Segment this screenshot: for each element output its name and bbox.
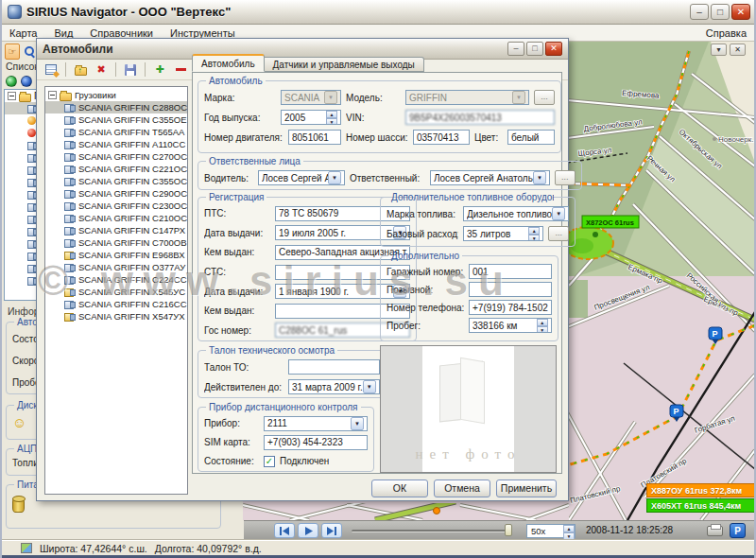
dialog-maximize-button[interactable]: □ bbox=[526, 42, 543, 56]
restore-button[interactable]: □ bbox=[711, 4, 730, 20]
phone-field[interactable]: +7(919) 784-1502 bbox=[469, 300, 552, 315]
tree-item[interactable]: SCANIA GRIFFIN С147РХ 161rus bbox=[45, 224, 187, 236]
base-consumption-stepper[interactable]: 35 литров ▲▼ bbox=[463, 226, 543, 241]
map-close-button[interactable]: ✕ bbox=[730, 44, 746, 56]
timeline-slider-thumb[interactable] bbox=[505, 524, 512, 536]
import-button[interactable]: ↑ bbox=[72, 61, 89, 78]
sim-field[interactable]: +7(903) 454-2323 bbox=[264, 435, 368, 450]
spin-up-icon[interactable]: ▲ bbox=[537, 319, 548, 326]
tab-vehicle[interactable]: Автомобиль bbox=[192, 54, 265, 72]
tree-item[interactable]: SCANIA GRIFFIN О377АУ 61rus bbox=[45, 261, 187, 273]
brand-select[interactable]: SCANIA ▼ bbox=[281, 90, 341, 105]
tree-item[interactable]: SCANIA GRIFFIN С288ОС 61rus bbox=[45, 101, 187, 113]
mileage-stepper[interactable]: 338166 км ▲▼ bbox=[469, 318, 552, 333]
menu-item[interactable]: Вид bbox=[54, 27, 73, 39]
globe-green-icon[interactable] bbox=[6, 76, 17, 87]
spin-up-icon[interactable]: ▲ bbox=[326, 111, 337, 118]
cancel-button[interactable]: Отмена bbox=[434, 480, 490, 497]
close-button[interactable]: ✕ bbox=[731, 4, 750, 20]
tree-item[interactable]: SCANIA GRIFFIN С700ОВ 61rus bbox=[45, 236, 187, 249]
tree-item[interactable]: SCANIA GRIFFIN Т565АА 61rus bbox=[45, 126, 187, 138]
menu-item[interactable]: Инструменты bbox=[170, 27, 235, 39]
spin-up-icon[interactable]: ▲ bbox=[528, 227, 540, 235]
skip-forward-button[interactable] bbox=[321, 523, 342, 538]
map-collapse-button[interactable]: ▾ bbox=[711, 44, 727, 56]
device-select[interactable]: 2111 ▼ bbox=[264, 416, 368, 431]
engine-field[interactable]: 8051061 bbox=[288, 130, 341, 145]
remove-button[interactable] bbox=[172, 61, 189, 78]
dropdown-arrow-icon[interactable]: ▼ bbox=[533, 171, 546, 184]
tree-item[interactable]: SCANIA GRIFFIN С216СС 61rus bbox=[45, 298, 187, 310]
connected-checkbox[interactable]: ✓ bbox=[264, 456, 275, 467]
tree-item[interactable]: SCANIA GRIFFIN Х545УС 161rus bbox=[45, 286, 187, 298]
speed-input[interactable]: 50x ▲ ▼ bbox=[526, 524, 576, 538]
valid-until-picker[interactable]: 31 марта 2009 г. ▼ bbox=[288, 379, 380, 394]
tree-item[interactable]: SCANIA GRIFFIN Х547УХ 161rus bbox=[45, 310, 187, 323]
spin-down-icon[interactable]: ▼ bbox=[326, 118, 337, 125]
edit-list-button[interactable] bbox=[43, 61, 60, 78]
menu-item[interactable]: Справочники bbox=[90, 27, 153, 39]
dropdown-arrow-icon[interactable]: ▼ bbox=[552, 207, 565, 220]
tree-item[interactable]: SCANIA GRIFFIN С270ОС 61rus bbox=[45, 150, 187, 163]
zoom-tool-button[interactable] bbox=[22, 44, 37, 60]
tree-item[interactable]: SCANIA GRIFFIN С355ОС 61rus bbox=[45, 175, 187, 187]
skip-back-button[interactable] bbox=[274, 523, 295, 538]
menu-item[interactable]: Карта bbox=[9, 27, 37, 39]
dropdown-arrow-icon[interactable]: ▼ bbox=[363, 380, 376, 393]
tree-item[interactable]: SCANIA GRIFFIN С210ОС 61rus bbox=[45, 212, 187, 224]
vehicle-label[interactable]: Х872ОС 61rus bbox=[582, 216, 639, 228]
callsign-field[interactable] bbox=[469, 282, 552, 297]
ok-button[interactable]: ОК bbox=[371, 480, 428, 497]
tree-item[interactable]: SCANIA GRIFFIN А110СС 61rus bbox=[45, 138, 187, 150]
tree-root[interactable]: Грузовики bbox=[45, 89, 187, 101]
vin-field[interactable]: 9В5Р4Х26003570413 bbox=[405, 110, 555, 125]
map-canvas[interactable]: Х872ОС 61rus P P Ефремова Добролюбова ул… bbox=[567, 42, 755, 520]
track-label-orange[interactable]: Х887ОУ 61rus 372,8км bbox=[646, 483, 756, 497]
timeline-slider[interactable] bbox=[352, 530, 512, 532]
tree-item[interactable]: SCANIA GRIFFIN С221ОС 61rus bbox=[45, 163, 187, 175]
menu-item-help[interactable]: Справка bbox=[706, 27, 747, 39]
speed-stepper[interactable]: ▲ ▼ bbox=[563, 525, 575, 538]
color-field[interactable]: белый bbox=[507, 130, 555, 145]
tab-sensors[interactable]: Датчики и управляемые выходы bbox=[265, 57, 424, 72]
persons-browse-button[interactable]: ... bbox=[555, 170, 576, 185]
vehicle-marker[interactable] bbox=[593, 232, 598, 237]
apply-button[interactable]: Применить bbox=[496, 480, 557, 497]
dialog-close-button[interactable]: ✕ bbox=[545, 42, 562, 56]
vehicle-tree[interactable]: Грузовики SCANIA GRIFFIN С288ОС 61rus SC… bbox=[44, 86, 188, 495]
tree-item[interactable]: SCANIA GRIFFIN С355ОЕ 61rus bbox=[45, 113, 187, 126]
driver-select[interactable]: Лосев Сергей Анатоль ▼ bbox=[258, 170, 345, 185]
delete-button[interactable]: ✖ bbox=[93, 61, 110, 78]
parking-toggle-button[interactable]: P bbox=[730, 523, 746, 538]
dropdown-arrow-icon[interactable]: ▼ bbox=[351, 417, 364, 430]
inspection-ticket-field[interactable] bbox=[288, 359, 380, 375]
fuel-brand-select[interactable]: Дизельное топливо ▼ bbox=[463, 206, 569, 221]
globe-blue-icon[interactable] bbox=[21, 76, 32, 87]
add-button[interactable]: ✚ bbox=[151, 61, 168, 78]
collapse-icon[interactable] bbox=[48, 91, 57, 99]
responsible-select[interactable]: Лосев Сергей Анатоль ▼ bbox=[430, 170, 550, 185]
play-button[interactable] bbox=[298, 523, 318, 538]
model-select[interactable]: GRIFFIN ▼ bbox=[405, 90, 529, 105]
dropdown-arrow-icon[interactable]: ▼ bbox=[328, 171, 341, 184]
printer-icon[interactable] bbox=[707, 526, 723, 536]
dropdown-arrow-icon[interactable]: ▼ bbox=[512, 91, 525, 104]
pan-tool-button[interactable]: ☞ bbox=[5, 44, 20, 60]
garage-number-field[interactable]: 001 bbox=[469, 264, 552, 279]
tree-item[interactable]: SCANIA GRIFFIN С224СС 61rus bbox=[45, 273, 187, 286]
spin-down-icon[interactable]: ▼ bbox=[537, 326, 548, 333]
tree-item[interactable]: SCANIA GRIFFIN С290ОС 61rus bbox=[45, 187, 187, 200]
chassis-field[interactable]: 03570413 bbox=[413, 130, 470, 145]
tree-item[interactable]: SCANIA GRIFFIN Е968ВХ 161rus bbox=[45, 249, 187, 261]
dropdown-arrow-icon[interactable]: ▼ bbox=[324, 91, 337, 104]
dialog-minimize-button[interactable]: – bbox=[507, 42, 524, 56]
collapse-icon[interactable] bbox=[8, 92, 16, 100]
track-label-green[interactable]: Х605ХТ 61rus 845,4км bbox=[646, 498, 756, 513]
spin-down-icon[interactable]: ▼ bbox=[528, 235, 540, 241]
tree-item[interactable]: SCANIA GRIFFIN С230ОС 61rus bbox=[45, 200, 187, 212]
minimize-button[interactable]: – bbox=[690, 4, 709, 20]
fuel-browse-button[interactable]: ... bbox=[548, 226, 569, 241]
model-browse-button[interactable]: ... bbox=[534, 90, 555, 105]
spin-down-icon[interactable]: ▼ bbox=[563, 532, 575, 540]
spin-up-icon[interactable]: ▲ bbox=[563, 525, 575, 532]
